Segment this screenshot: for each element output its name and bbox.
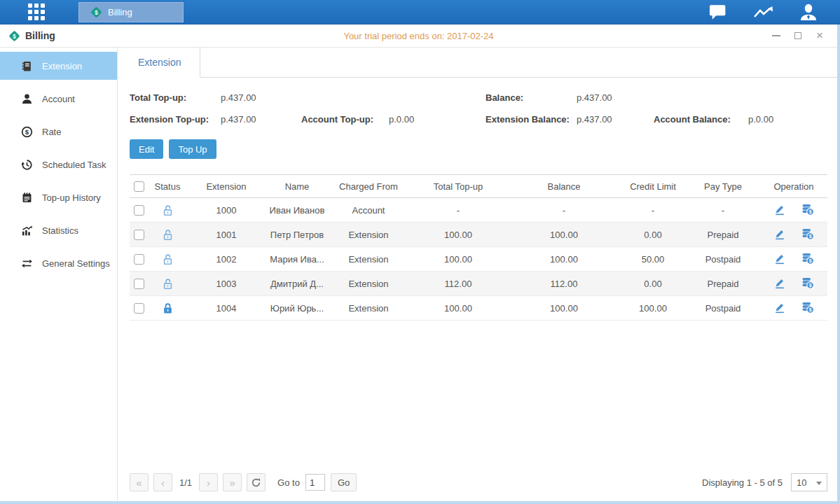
- total-topup-cell: 100.00: [408, 247, 508, 272]
- goto-page-input[interactable]: [305, 474, 325, 491]
- tab-bar: Extension: [118, 48, 837, 78]
- tab-extension[interactable]: Extension: [119, 48, 200, 78]
- extension-balance-value: p.437.00: [577, 114, 654, 125]
- row-checkbox[interactable]: [134, 205, 144, 216]
- select-all-checkbox[interactable]: [134, 181, 144, 192]
- sidebar-item-top-up-history[interactable]: Top-up History: [0, 183, 117, 211]
- last-page-button[interactable]: »: [223, 473, 242, 491]
- credit-limit-cell: 100.00: [620, 296, 686, 321]
- sidebar-item-statistics[interactable]: Statistics: [0, 216, 117, 244]
- sidebar-item-rate[interactable]: $ Rate: [0, 118, 117, 146]
- svg-text:$: $: [95, 9, 98, 15]
- refresh-button[interactable]: [247, 473, 266, 491]
- lock-open-icon[interactable]: [148, 223, 187, 247]
- stats-icon: [21, 225, 33, 237]
- total-topup-cell: 112.00: [408, 272, 508, 296]
- svg-text:$: $: [809, 307, 812, 313]
- messages-icon[interactable]: [708, 4, 729, 22]
- svg-text:$: $: [13, 33, 16, 39]
- operation-cell: $: [760, 198, 827, 223]
- extension-topup-value: p.437.00: [221, 114, 301, 125]
- first-page-button[interactable]: «: [130, 473, 149, 491]
- sidebar-item-extension[interactable]: Extension: [0, 52, 117, 80]
- taskbar-tab-billing[interactable]: $ Billing: [78, 2, 184, 22]
- clock-icon: [21, 159, 33, 171]
- total-topup-label: Total Top-up:: [130, 92, 221, 103]
- app-launcher-grid-icon[interactable]: [26, 1, 47, 22]
- extension-topup-label: Extension Top-up:: [130, 114, 221, 125]
- svg-text:$: $: [809, 234, 812, 239]
- pay-type-cell: Prepaid: [686, 223, 760, 247]
- user-account-icon[interactable]: [798, 4, 819, 22]
- lock-open-icon[interactable]: [148, 272, 187, 296]
- lock-closed-icon[interactable]: [148, 296, 187, 321]
- edit-pencil-icon[interactable]: [773, 276, 786, 289]
- operation-cell: $: [760, 247, 827, 272]
- lock-open-icon[interactable]: [148, 198, 187, 223]
- top-up-coins-icon[interactable]: $: [801, 252, 814, 265]
- top-up-coins-icon[interactable]: $: [801, 203, 814, 216]
- person-icon: [21, 93, 33, 105]
- row-checkbox[interactable]: [134, 254, 144, 265]
- balance-cell: 100.00: [508, 247, 620, 272]
- column-header-name: Name: [266, 175, 329, 198]
- top-up-coins-icon[interactable]: $: [801, 276, 814, 289]
- next-page-button[interactable]: ›: [199, 473, 218, 491]
- close-icon[interactable]: ×: [815, 31, 825, 41]
- column-header-credit-limit: Credit Limit: [620, 175, 686, 198]
- column-header-total-top-up: Total Top-up: [408, 175, 508, 198]
- top-up-coins-icon[interactable]: $: [801, 227, 814, 240]
- top-up-button[interactable]: Top Up: [169, 139, 216, 159]
- balance-cell: 100.00: [508, 223, 620, 247]
- total-topup-value: p.437.00: [221, 92, 301, 103]
- edit-pencil-icon[interactable]: [773, 203, 786, 216]
- extension-cell: 1004: [187, 296, 266, 321]
- balance-value: p.437.00: [577, 92, 654, 103]
- go-button[interactable]: Go: [331, 473, 357, 491]
- row-select-cell: [130, 198, 148, 223]
- table-header-row: StatusExtensionNameCharged FromTotal Top…: [130, 175, 827, 198]
- name-cell: Мария Ива...: [266, 247, 329, 272]
- charged-from-cell: Extension: [329, 296, 408, 321]
- sidebar-item-label: Extension: [42, 61, 82, 71]
- minimize-icon[interactable]: [771, 31, 781, 41]
- edit-pencil-icon[interactable]: [773, 252, 786, 265]
- sidebar-item-label: Rate: [42, 127, 61, 137]
- row-select-cell: [130, 223, 148, 247]
- row-checkbox[interactable]: [134, 230, 144, 240]
- row-checkbox[interactable]: [134, 279, 144, 289]
- table-row: 1004 Юрий Юрь... Extension 100.00 100.00…: [130, 296, 827, 321]
- extension-cell: 1000: [187, 198, 266, 223]
- billing-diamond-icon: $: [8, 30, 20, 42]
- displaying-text: Displaying 1 - 5 of 5: [702, 477, 783, 488]
- row-checkbox[interactable]: [134, 303, 144, 314]
- taskbar-right-icons: [708, 0, 819, 24]
- edit-button[interactable]: Edit: [130, 139, 163, 159]
- column-header-status: Status: [148, 175, 187, 198]
- edit-pencil-icon[interactable]: [773, 301, 786, 314]
- sidebar-item-account[interactable]: Account: [0, 85, 117, 113]
- pay-type-cell: -: [686, 198, 760, 223]
- reports-chart-icon[interactable]: [753, 4, 774, 22]
- svg-text:$: $: [809, 258, 812, 264]
- pagination-bar: « ‹ 1/1 › » Go to Go Displaying 1 - 5 of…: [118, 470, 837, 501]
- window-titlebar: $ Billing Your trial period ends on: 201…: [0, 24, 837, 48]
- svg-text:$: $: [809, 209, 812, 215]
- maximize-icon[interactable]: [793, 31, 803, 41]
- top-up-coins-icon[interactable]: $: [801, 301, 814, 314]
- page-size-select[interactable]: 10: [791, 473, 827, 491]
- prev-page-button[interactable]: ‹: [153, 473, 172, 491]
- lock-open-icon[interactable]: [148, 247, 187, 272]
- edit-pencil-icon[interactable]: [773, 227, 786, 240]
- sidebar-item-label: General Settings: [42, 258, 110, 269]
- name-cell: Иван Иванов: [266, 198, 329, 223]
- column-header-operation: Operation: [760, 175, 827, 198]
- account-topup-label: Account Top-up:: [301, 114, 389, 125]
- extension-balance-label: Extension Balance:: [486, 114, 577, 125]
- select-all-header: [130, 175, 148, 198]
- extensions-table: StatusExtensionNameCharged FromTotal Top…: [130, 174, 827, 321]
- table-row: 1001 Петр Петров Extension 100.00 100.00…: [130, 223, 827, 247]
- sidebar-item-general-settings[interactable]: General Settings: [0, 249, 117, 277]
- balance-label: Balance:: [486, 92, 577, 103]
- sidebar-item-scheduled-task[interactable]: Scheduled Task: [0, 150, 117, 178]
